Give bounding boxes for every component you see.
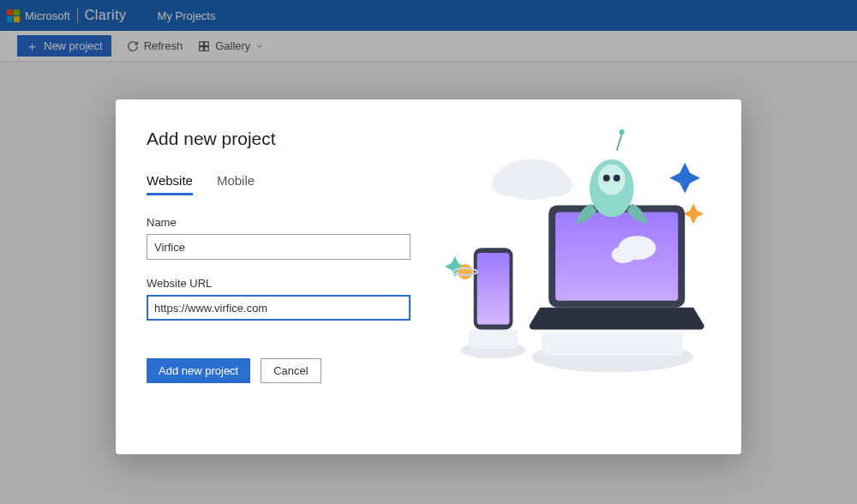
modal-title: Add new project [147, 129, 429, 149]
tab-website[interactable]: Website [147, 173, 193, 195]
add-project-modal: Add new project Website Mobile Name Webs… [116, 99, 741, 454]
modal-overlay: Add new project Website Mobile Name Webs… [0, 0, 857, 504]
devices-illustration-icon [429, 129, 710, 418]
submit-button[interactable]: Add new project [147, 358, 250, 383]
svg-point-20 [598, 165, 626, 195]
name-label: Name [147, 216, 429, 229]
svg-point-22 [614, 175, 620, 182]
name-input[interactable] [147, 234, 411, 260]
svg-rect-14 [477, 253, 510, 324]
svg-rect-12 [469, 330, 518, 349]
url-label: Website URL [147, 277, 429, 290]
url-input[interactable] [147, 295, 411, 321]
svg-point-21 [603, 175, 610, 182]
svg-line-17 [617, 134, 622, 151]
svg-point-24 [612, 246, 636, 263]
svg-rect-8 [542, 333, 683, 356]
modal-actions: Add new project Cancel [147, 358, 429, 383]
svg-point-15 [458, 264, 473, 279]
modal-form: Add new project Website Mobile Name Webs… [147, 129, 429, 425]
modal-tabs: Website Mobile [147, 173, 429, 195]
svg-point-18 [620, 129, 625, 135]
modal-illustration [429, 129, 710, 425]
svg-point-6 [538, 173, 572, 197]
cancel-button[interactable]: Cancel [261, 358, 321, 383]
tab-mobile[interactable]: Mobile [217, 173, 255, 195]
svg-point-5 [492, 170, 530, 197]
